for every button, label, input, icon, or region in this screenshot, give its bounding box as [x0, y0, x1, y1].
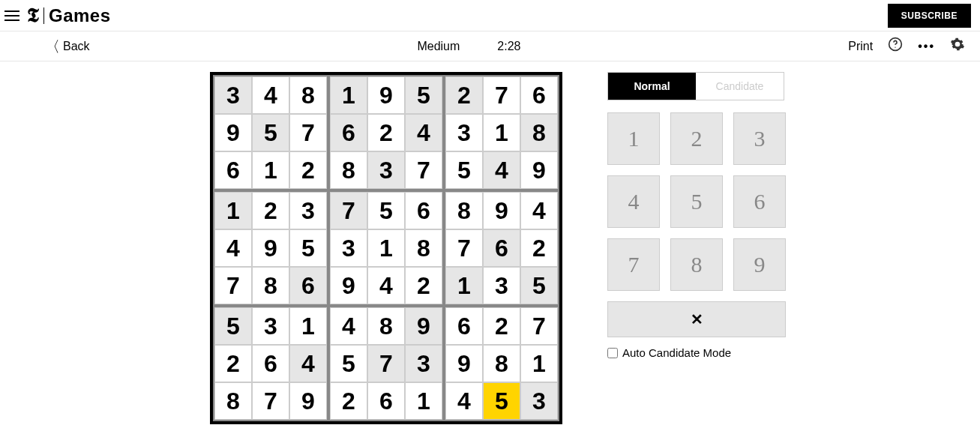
sudoku-cell[interactable]: 5: [330, 345, 367, 382]
sudoku-cell[interactable]: 2: [289, 151, 327, 189]
sudoku-cell[interactable]: 6: [214, 151, 252, 189]
numpad-4[interactable]: 4: [607, 175, 660, 228]
sudoku-cell[interactable]: 2: [367, 114, 405, 151]
mode-normal-button[interactable]: Normal: [608, 73, 696, 100]
sudoku-cell[interactable]: 1: [252, 151, 289, 189]
sudoku-cell[interactable]: 3: [214, 76, 252, 114]
sudoku-cell[interactable]: 5: [445, 151, 483, 189]
sudoku-cell[interactable]: 8: [405, 229, 442, 267]
sudoku-cell[interactable]: 1: [405, 382, 442, 420]
sudoku-cell[interactable]: 4: [445, 382, 483, 420]
sudoku-cell[interactable]: 7: [289, 114, 327, 151]
numpad-6[interactable]: 6: [733, 175, 786, 228]
sudoku-cell[interactable]: 4: [330, 307, 367, 345]
sudoku-cell[interactable]: 4: [367, 267, 405, 304]
sudoku-cell[interactable]: 5: [214, 307, 252, 345]
sudoku-cell[interactable]: 9: [520, 151, 558, 189]
sudoku-cell[interactable]: 2: [214, 345, 252, 382]
logo[interactable]: 𝕿 Games: [27, 4, 111, 27]
menu-icon[interactable]: [4, 10, 19, 21]
sudoku-cell[interactable]: 1: [214, 192, 252, 229]
sudoku-cell[interactable]: 6: [330, 114, 367, 151]
sudoku-cell[interactable]: 2: [483, 307, 520, 345]
sudoku-cell[interactable]: 2: [405, 267, 442, 304]
sudoku-cell[interactable]: 2: [252, 192, 289, 229]
sudoku-cell[interactable]: 8: [483, 345, 520, 382]
sudoku-cell[interactable]: 6: [405, 192, 442, 229]
sudoku-cell[interactable]: 4: [483, 151, 520, 189]
sudoku-cell[interactable]: 4: [289, 345, 327, 382]
numpad-2[interactable]: 2: [670, 112, 723, 165]
sudoku-cell[interactable]: 7: [405, 151, 442, 189]
sudoku-cell[interactable]: 9: [483, 192, 520, 229]
sudoku-cell[interactable]: 8: [289, 76, 327, 114]
sudoku-cell[interactable]: 3: [252, 307, 289, 345]
sudoku-cell[interactable]: 3: [520, 382, 558, 420]
sudoku-cell[interactable]: 8: [214, 382, 252, 420]
sudoku-cell[interactable]: 5: [367, 192, 405, 229]
mode-candidate-button[interactable]: Candidate: [696, 73, 784, 100]
help-icon[interactable]: [888, 37, 903, 55]
auto-candidate-checkbox[interactable]: [607, 348, 618, 358]
sudoku-cell[interactable]: 4: [405, 114, 442, 151]
sudoku-cell[interactable]: 7: [367, 345, 405, 382]
sudoku-cell[interactable]: 6: [289, 267, 327, 304]
sudoku-cell[interactable]: 3: [330, 229, 367, 267]
sudoku-cell[interactable]: 3: [289, 192, 327, 229]
more-icon[interactable]: •••: [918, 40, 935, 53]
sudoku-cell[interactable]: 6: [445, 307, 483, 345]
sudoku-cell[interactable]: 1: [367, 229, 405, 267]
numpad-9[interactable]: 9: [733, 238, 786, 291]
numpad-3[interactable]: 3: [733, 112, 786, 165]
back-button[interactable]: 〈 Back: [45, 39, 90, 54]
sudoku-cell[interactable]: 2: [520, 229, 558, 267]
sudoku-cell[interactable]: 7: [214, 267, 252, 304]
sudoku-cell[interactable]: 8: [520, 114, 558, 151]
sudoku-cell[interactable]: 8: [445, 192, 483, 229]
sudoku-cell[interactable]: 8: [252, 267, 289, 304]
numpad-1[interactable]: 1: [607, 112, 660, 165]
gear-icon[interactable]: [950, 37, 965, 55]
sudoku-cell[interactable]: 4: [520, 192, 558, 229]
sudoku-cell[interactable]: 7: [520, 307, 558, 345]
sudoku-cell[interactable]: 9: [289, 382, 327, 420]
sudoku-cell[interactable]: 5: [252, 114, 289, 151]
sudoku-cell[interactable]: 4: [252, 76, 289, 114]
sudoku-cell[interactable]: 6: [520, 76, 558, 114]
auto-candidate-toggle[interactable]: Auto Candidate Mode: [607, 346, 784, 359]
sudoku-cell[interactable]: 1: [289, 307, 327, 345]
delete-button[interactable]: ✕: [607, 301, 786, 337]
sudoku-cell[interactable]: 3: [405, 345, 442, 382]
sudoku-cell[interactable]: 3: [483, 267, 520, 304]
sudoku-cell[interactable]: 8: [330, 151, 367, 189]
sudoku-cell[interactable]: 9: [214, 114, 252, 151]
sudoku-cell[interactable]: 6: [252, 345, 289, 382]
sudoku-cell[interactable]: 7: [330, 192, 367, 229]
sudoku-cell[interactable]: 9: [252, 229, 289, 267]
sudoku-cell[interactable]: 6: [483, 229, 520, 267]
sudoku-cell[interactable]: 3: [367, 151, 405, 189]
sudoku-cell[interactable]: 8: [367, 307, 405, 345]
sudoku-cell[interactable]: 2: [445, 76, 483, 114]
sudoku-cell[interactable]: 7: [445, 229, 483, 267]
sudoku-cell[interactable]: 5: [405, 76, 442, 114]
sudoku-cell[interactable]: 1: [330, 76, 367, 114]
sudoku-cell[interactable]: 4: [214, 229, 252, 267]
sudoku-cell[interactable]: 6: [367, 382, 405, 420]
sudoku-cell[interactable]: 1: [445, 267, 483, 304]
sudoku-cell[interactable]: 5: [289, 229, 327, 267]
sudoku-cell[interactable]: 5: [520, 267, 558, 304]
sudoku-cell[interactable]: 5: [483, 382, 520, 420]
sudoku-cell[interactable]: 1: [520, 345, 558, 382]
sudoku-cell[interactable]: 9: [405, 307, 442, 345]
sudoku-cell[interactable]: 7: [483, 76, 520, 114]
numpad-8[interactable]: 8: [670, 238, 723, 291]
sudoku-cell[interactable]: 1: [483, 114, 520, 151]
sudoku-cell[interactable]: 7: [252, 382, 289, 420]
sudoku-cell[interactable]: 3: [445, 114, 483, 151]
sudoku-cell[interactable]: 9: [445, 345, 483, 382]
numpad-7[interactable]: 7: [607, 238, 660, 291]
sudoku-cell[interactable]: 2: [330, 382, 367, 420]
numpad-5[interactable]: 5: [670, 175, 723, 228]
subscribe-button[interactable]: SUBSCRIBE: [888, 4, 971, 28]
